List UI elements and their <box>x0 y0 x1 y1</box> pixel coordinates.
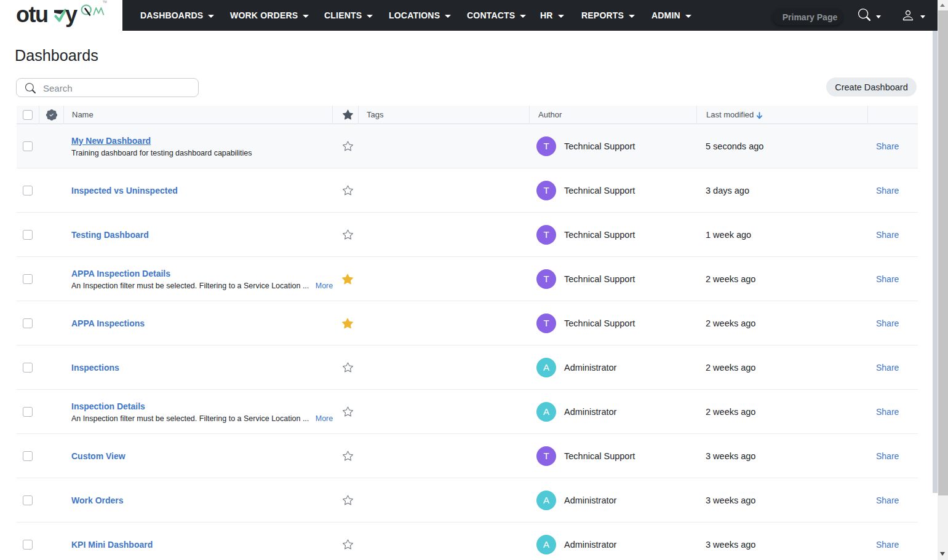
svg-text:TM: TM <box>103 1 107 4</box>
svg-text:otu: otu <box>16 2 47 27</box>
svg-text:y: y <box>65 2 78 27</box>
